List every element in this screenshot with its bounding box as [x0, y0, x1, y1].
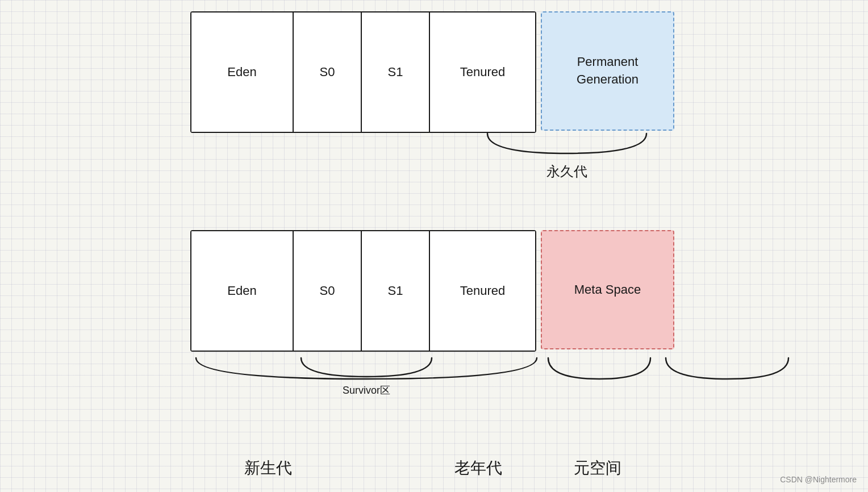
xinshen-label: 新生代 [244, 457, 292, 479]
bottom-tenured-label: Tenured [460, 283, 506, 298]
perm-gen-chinese-label: 永久代 [546, 162, 587, 181]
top-perm-brace-area: 永久代 [482, 131, 652, 181]
top-mem-boxes: Eden S0 S1 Tenured [190, 11, 536, 133]
top-eden-label: Eden [227, 65, 256, 80]
top-tenured-box: Tenured [430, 12, 535, 132]
bottom-s1-label: S1 [388, 283, 403, 298]
bottom-s1-box: S1 [362, 231, 430, 351]
perm-gen-box: PermanentGeneration [541, 11, 674, 131]
meta-space-label: Meta Space [574, 282, 641, 297]
top-s0-label: S0 [320, 65, 335, 80]
yuankongjian-brace-svg [660, 355, 794, 383]
bottom-heap-row: Eden S0 S1 Tenured Meta Space [190, 230, 674, 352]
bottom-tenured-box: Tenured [430, 231, 535, 351]
bottom-eden-label: Eden [227, 283, 256, 298]
yuankongjian-label: 元空间 [574, 457, 621, 479]
yuankongjian-brace [660, 355, 794, 383]
big-bottom-brace-young [190, 355, 542, 383]
top-s0-box: S0 [294, 12, 362, 132]
diagram-container: Eden S0 S1 Tenured PermanentGeneration [0, 0, 868, 492]
top-eden-box: Eden [191, 12, 294, 132]
survivor-label: Survivor区 [343, 383, 390, 397]
top-perm-brace-svg [482, 131, 652, 159]
bottom-mem-boxes: Eden S0 S1 Tenured [190, 230, 536, 352]
top-s1-box: S1 [362, 12, 430, 132]
top-s1-label: S1 [388, 65, 403, 80]
top-tenured-label: Tenured [460, 65, 506, 80]
bottom-diagram: Eden S0 S1 Tenured Meta Space [190, 230, 674, 352]
young-brace-svg [190, 355, 542, 383]
watermark: CSDN @Nightermore [780, 475, 857, 484]
laonian-brace-svg [542, 355, 656, 383]
laonian-brace [542, 355, 656, 383]
top-diagram: Eden S0 S1 Tenured PermanentGeneration [190, 11, 674, 133]
bottom-s0-label: S0 [320, 283, 335, 298]
meta-space-box: Meta Space [541, 230, 674, 349]
bottom-eden-box: Eden [191, 231, 294, 351]
perm-gen-label: PermanentGeneration [577, 53, 639, 89]
bottom-s0-box: S0 [294, 231, 362, 351]
top-heap-row: Eden S0 S1 Tenured PermanentGeneration [190, 11, 674, 133]
laonian-label: 老年代 [454, 457, 502, 479]
